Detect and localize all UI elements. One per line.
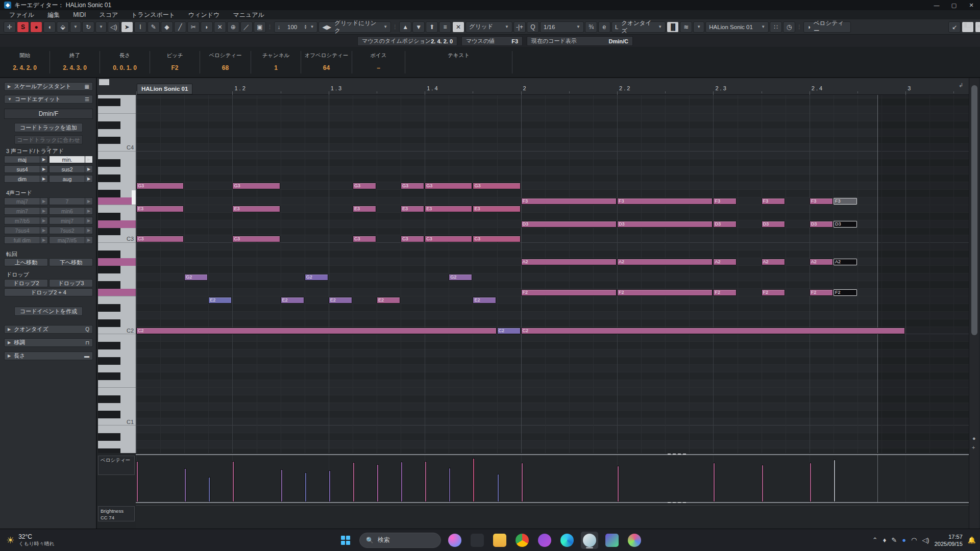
- key-C#4[interactable]: [98, 137, 136, 144]
- midi-note-E3[interactable]: E3: [425, 206, 472, 212]
- maximize-button[interactable]: ▢: [945, 0, 963, 10]
- menu-transport[interactable]: トランスポート: [131, 11, 175, 19]
- midi-note-G3[interactable]: G3: [425, 183, 472, 189]
- midi-note-G2[interactable]: G2: [184, 274, 208, 281]
- key-G1[interactable]: [98, 365, 136, 372]
- info-field-5[interactable]: チャンネル1: [251, 51, 301, 73]
- chord-play-icon[interactable]: ▶: [40, 176, 47, 182]
- move-up-button[interactable]: 上へ移動: [4, 258, 48, 266]
- midi-note-C3[interactable]: C3: [425, 236, 472, 242]
- left-zone-toggle-button[interactable]: [962, 21, 974, 33]
- tray-chevron-icon[interactable]: ⌃: [872, 536, 878, 544]
- midi-note-C3[interactable]: C3: [232, 236, 280, 242]
- midi-note-E3[interactable]: E3: [232, 206, 280, 212]
- midi-note-C2[interactable]: C2: [521, 328, 905, 334]
- key-C#3[interactable]: [98, 228, 136, 236]
- key-F1[interactable]: [98, 380, 136, 388]
- search-box[interactable]: 🔍 検索: [359, 533, 441, 548]
- velocity-bar[interactable]: [208, 477, 210, 502]
- midi-note-G2[interactable]: G2: [305, 274, 328, 281]
- triad-maj[interactable]: maj▶: [4, 156, 48, 163]
- menu-window[interactable]: ウィンドウ: [188, 11, 219, 19]
- drop3-button[interactable]: ドロップ3: [49, 279, 93, 287]
- midi-note-D3[interactable]: D3: [810, 221, 833, 228]
- chord-play-icon[interactable]: ▶: [85, 176, 92, 182]
- midi-note-E3[interactable]: E3: [473, 206, 520, 212]
- mic-icon[interactable]: ♦: [883, 536, 887, 544]
- info-field-value[interactable]: 64: [301, 64, 352, 71]
- midi-note-E3[interactable]: E3: [136, 206, 184, 212]
- select-tool[interactable]: ➤: [121, 21, 133, 33]
- quantize-preset-dropdown[interactable]: 1/16▼: [540, 21, 584, 33]
- triad-sus4[interactable]: sus4▶: [4, 165, 48, 173]
- key-B0[interactable]: [98, 425, 136, 433]
- key-D2[interactable]: [98, 312, 136, 319]
- nudge-button-3[interactable]: ≡: [439, 21, 451, 33]
- key-D#1[interactable]: [98, 395, 136, 403]
- ruler-options-icon[interactable]: ↲: [959, 82, 963, 89]
- midi-note-A2[interactable]: A2: [713, 259, 737, 265]
- midi-note-G3[interactable]: G3: [136, 183, 184, 189]
- midi-note-E2[interactable]: E2: [473, 297, 496, 304]
- tetrad-min7[interactable]: min7▶: [4, 207, 48, 215]
- velocity-lane-label[interactable]: ベロシティー: [98, 456, 135, 475]
- velocity-bar[interactable]: [401, 462, 403, 502]
- zoom-plus-icon[interactable]: +: [972, 444, 975, 450]
- key-B1[interactable]: [98, 334, 136, 342]
- erase-tool[interactable]: ◆: [161, 21, 173, 33]
- key-B2[interactable]: [98, 243, 136, 251]
- solo-button[interactable]: S: [17, 21, 29, 33]
- zoom-tool[interactable]: ⊕: [227, 21, 239, 33]
- piano-keyboard[interactable]: C4C3C2C1: [98, 95, 136, 453]
- key-D1[interactable]: [98, 403, 136, 411]
- key-F4[interactable]: [98, 106, 136, 114]
- length-quantize-dropdown[interactable]: Lクオンタイズ▼: [611, 21, 666, 33]
- mute-tool[interactable]: ✕: [214, 21, 226, 33]
- velocity-bar[interactable]: [473, 458, 475, 502]
- nudge-button-0[interactable]: ▲: [399, 21, 411, 33]
- key-F#1[interactable]: [98, 372, 136, 380]
- midi-note-F3[interactable]: F3: [521, 198, 617, 205]
- velocity-bar[interactable]: [425, 461, 427, 502]
- key-C1[interactable]: C1: [98, 418, 136, 426]
- key-G2[interactable]: [98, 273, 136, 281]
- messenger-app-icon[interactable]: [536, 532, 553, 549]
- note-grid[interactable]: G3G3G3G3G3G3E3E3E3E3E3E3C3C3C3C3C3C3G2G2…: [136, 95, 969, 453]
- info-field-value[interactable]: 0. 0. 1. 0: [100, 64, 150, 71]
- key-A#2[interactable]: [98, 251, 136, 258]
- key-A3[interactable]: [98, 167, 136, 174]
- midi-note-D3[interactable]: D3: [521, 221, 617, 228]
- bluetooth-tray-icon[interactable]: ●: [902, 536, 906, 544]
- midi-note-F2[interactable]: F2: [713, 289, 737, 296]
- lower-zone-toggle-button[interactable]: [975, 21, 980, 33]
- midi-note-E2[interactable]: E2: [329, 297, 352, 304]
- triad-sus2[interactable]: sus2▶: [49, 165, 93, 173]
- transpose-section[interactable]: ▶ 移調 ⊓: [4, 338, 93, 347]
- record-button[interactable]: ●: [30, 21, 42, 33]
- chord-play-icon[interactable]: ▶: [85, 156, 92, 163]
- move-down-button[interactable]: 下へ移動: [49, 258, 93, 266]
- quantize-q-icon[interactable]: Q: [527, 21, 539, 33]
- midi-input-button[interactable]: ◷: [783, 21, 795, 33]
- velocity-bar[interactable]: [353, 462, 355, 502]
- key-D#2[interactable]: [98, 304, 136, 312]
- triad-min[interactable]: min.▶: [49, 156, 93, 163]
- key-C#1[interactable]: [98, 411, 136, 418]
- iterative-quantize-button[interactable]: ¾: [585, 21, 597, 33]
- midi-note-E2[interactable]: E2: [281, 297, 304, 304]
- info-field-7[interactable]: ボイス–: [352, 51, 405, 73]
- drop2-4-button[interactable]: ドロップ2 + 4: [4, 288, 93, 296]
- audition-button[interactable]: ◁): [108, 21, 120, 33]
- key-A#0[interactable]: [98, 433, 136, 441]
- velocity-bar[interactable]: [232, 461, 234, 502]
- info-field-value[interactable]: 2. 4. 2. 0: [0, 64, 50, 71]
- weather-widget[interactable]: ☀ 32°C くもり時々晴れ: [6, 533, 118, 547]
- info-field-value[interactable]: –: [352, 64, 405, 71]
- tetrad-maj7[interactable]: maj7▶: [4, 197, 48, 205]
- midi-note-F3[interactable]: F3: [810, 198, 833, 205]
- draw-tool[interactable]: ✎: [148, 21, 160, 33]
- midi-note-E2[interactable]: E2: [208, 297, 232, 304]
- midi-note-D3[interactable]: D3: [762, 221, 785, 228]
- scale-assistant-section[interactable]: ▶ スケールアシスタント ▦: [4, 82, 93, 91]
- key-F2[interactable]: [98, 289, 136, 296]
